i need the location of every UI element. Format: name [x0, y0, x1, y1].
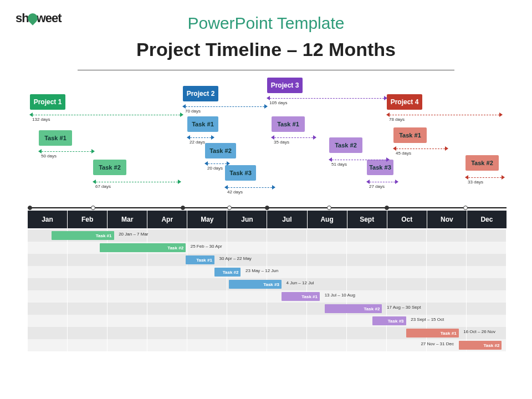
gantt-bar: Task #1 — [406, 329, 459, 337]
duration-label: 51 days — [331, 162, 347, 167]
duration-label: 132 days — [32, 117, 50, 122]
gantt-range-label: 16 Oct – 26 Nov — [463, 329, 495, 337]
month-header: Dec — [467, 211, 507, 228]
task-block: Task #2 — [466, 155, 499, 171]
milestone-dot — [463, 206, 468, 210]
task-block: Task #1 — [393, 127, 427, 143]
duration-arrow — [30, 112, 183, 119]
task-block: Task #2 — [329, 137, 362, 153]
task-block: Task #3 — [225, 165, 256, 181]
gantt-row: Task #227 Nov – 31 Dec — [28, 339, 507, 351]
milestone-dot — [181, 206, 185, 210]
duration-label: 78 days — [389, 117, 405, 122]
month-axis: JanFebMarAprMayJunJulAugSeptOctNovDec — [28, 211, 507, 228]
task-block: Task #1 — [272, 116, 305, 132]
month-header: Jan — [28, 211, 68, 228]
gantt-bar: Task #1 — [282, 292, 320, 301]
duration-label: 42 days — [227, 190, 243, 195]
gantt-range-label: 25 Feb – 30 Apr — [191, 244, 222, 252]
duration-label: 50 days — [41, 154, 57, 158]
gantt-row: Task #120 Jan – 7 Mar — [28, 229, 507, 242]
duration-label: 22 days — [190, 140, 205, 145]
month-header: Jul — [267, 211, 307, 228]
project-block: Project 1 — [30, 94, 65, 110]
gantt-range-label: 4 Jun – 12 Jul — [287, 280, 314, 288]
month-header: Jun — [227, 211, 267, 228]
gantt-row: Task #113 Jul – 10 Aug — [28, 290, 507, 303]
page-title: Project Timeline – 12 Months — [0, 39, 532, 60]
gantt-range-label: 20 Jan – 7 Mar — [119, 232, 148, 239]
duration-label: 70 days — [185, 109, 201, 114]
month-header: Sept — [347, 211, 387, 228]
gantt-bar: Task #2 — [325, 304, 382, 313]
duration-label: 35 days — [274, 140, 289, 145]
gantt-range-label: 23 May – 12 Jun — [245, 268, 278, 276]
duration-label: 105 days — [269, 100, 287, 105]
gantt-row: Task #217 Aug – 30 Sept — [28, 303, 507, 315]
gantt-row: Task #116 Oct – 26 Nov — [28, 327, 507, 339]
task-block: Task #2 — [205, 143, 236, 158]
duration-label: 20 days — [207, 166, 223, 171]
task-block: Task #1 — [39, 130, 72, 146]
gantt-bar: Task #3 — [372, 316, 406, 325]
timeline-chart: Project 1Project 2Project 3Project 4132 … — [28, 78, 507, 208]
gantt-bar: Task #1 — [186, 255, 214, 264]
month-header: Aug — [308, 211, 347, 228]
duration-label: 27 days — [369, 184, 385, 189]
gantt-row: Task #323 Sept – 15 Oct — [28, 315, 507, 327]
duration-label: 45 days — [396, 151, 411, 156]
gantt-range-label: 27 Nov – 31 Dec — [421, 341, 454, 349]
month-header: May — [187, 211, 227, 228]
gantt-range-label: 17 Aug – 30 Sept — [387, 305, 421, 313]
milestone-dot — [227, 206, 232, 210]
gantt-bar: Task #2 — [100, 243, 186, 252]
divider — [78, 70, 454, 70]
month-header: Feb — [68, 211, 108, 228]
task-block: Task #2 — [93, 160, 126, 175]
milestone-dot — [28, 206, 32, 210]
template-heading: PowerPoint Template — [0, 14, 532, 33]
gantt-range-label: 13 Jul – 10 Aug — [325, 293, 355, 300]
gantt-bar: Task #3 — [229, 280, 282, 289]
gantt-row: Task #223 May – 12 Jun — [28, 266, 507, 278]
project-block: Project 2 — [183, 86, 218, 101]
task-block: Task #1 — [187, 116, 218, 132]
month-header: Nov — [427, 211, 467, 228]
milestone-dot — [385, 206, 389, 210]
project-block: Project 3 — [267, 78, 303, 93]
gantt-bar: Task #2 — [214, 268, 241, 277]
gantt-row: Task #130 Apr – 22 May — [28, 254, 507, 266]
duration-label: 67 days — [95, 184, 111, 189]
gantt-bar: Task #1 — [52, 231, 114, 240]
duration-label: 33 days — [468, 180, 483, 185]
month-header: Mar — [108, 211, 147, 228]
gantt-range-label: 30 Apr – 22 May — [219, 256, 252, 264]
gantt-row: Task #225 Feb – 30 Apr — [28, 242, 507, 254]
gantt-grid: Task #120 Jan – 7 MarTask #225 Feb – 30 … — [28, 229, 507, 351]
gantt-bar: Task #2 — [459, 341, 502, 350]
gantt-row: Task #34 Jun – 12 Jul — [28, 278, 507, 290]
project-block: Project 4 — [387, 94, 422, 110]
milestone-dot — [327, 206, 331, 210]
month-header: Apr — [147, 211, 187, 228]
month-header: Oct — [387, 211, 427, 228]
milestone-dot — [91, 206, 95, 210]
milestone-dot — [265, 206, 269, 210]
gantt-range-label: 23 Sept – 15 Oct — [411, 317, 444, 325]
